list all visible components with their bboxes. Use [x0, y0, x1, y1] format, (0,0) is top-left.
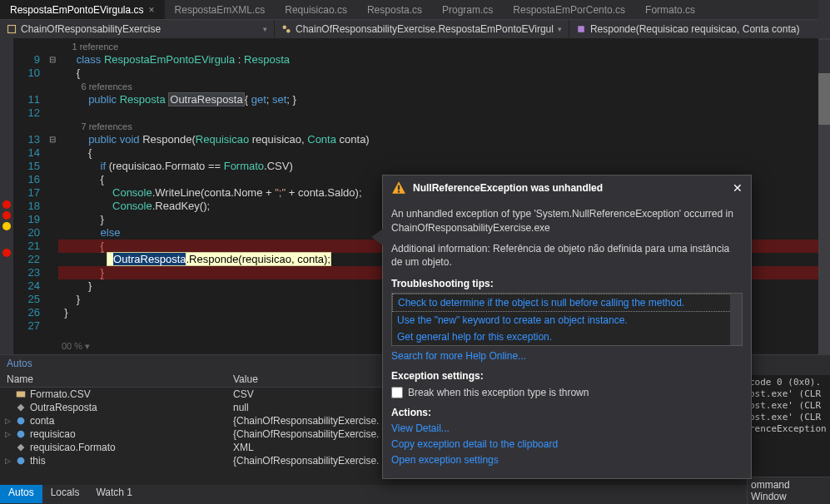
- scrollbar-icon[interactable]: [730, 294, 742, 345]
- close-icon[interactable]: ×: [149, 4, 155, 16]
- close-icon[interactable]: ✕: [733, 181, 743, 195]
- svg-rect-3: [578, 26, 584, 32]
- exception-popup: NullReferenceException was unhandled ✕ A…: [382, 175, 752, 479]
- tip-link[interactable]: Use the "new" keyword to create an objec…: [392, 312, 742, 329]
- svg-rect-8: [398, 185, 400, 190]
- navigation-bar: ChainOfResponsabilityExercise▾ ChainOfRe…: [0, 20, 830, 38]
- breakpoint-icon[interactable]: [2, 200, 11, 209]
- current-line-icon[interactable]: [2, 222, 11, 230]
- var-name: requisicao: [30, 428, 76, 440]
- tip-link[interactable]: Check to determine if the object is null…: [392, 294, 742, 312]
- svg-rect-9: [398, 190, 400, 192]
- tips-box: Check to determine if the object is null…: [391, 293, 743, 346]
- codelens[interactable]: 6 references: [58, 80, 830, 93]
- tab-file-2[interactable]: Requisicao.cs: [275, 0, 357, 19]
- col-name[interactable]: Name: [0, 373, 233, 385]
- var-icon: [15, 442, 27, 453]
- var-name: this: [30, 455, 46, 467]
- btm-tab-locals[interactable]: Locals: [42, 485, 88, 503]
- line-numbers: 9101112 13141516 171819202122 2324252627: [13, 38, 47, 354]
- codelens[interactable]: 7 references: [58, 120, 830, 133]
- tab-file-5[interactable]: RespostaEmPorCento.cs: [503, 0, 635, 19]
- class-icon: [281, 24, 291, 34]
- nav-class[interactable]: ChainOfResponsabilityExercise.RespostaEm…: [275, 20, 569, 38]
- var-icon: [15, 402, 27, 413]
- tips-heading: Troubleshooting tips:: [391, 278, 743, 289]
- breakpoint-icon[interactable]: [2, 211, 11, 220]
- svg-point-7: [17, 457, 25, 465]
- var-icon: [15, 428, 27, 440]
- tab-file-3[interactable]: Resposta.cs: [357, 0, 432, 19]
- svg-rect-0: [8, 26, 16, 33]
- popup-pointer: [371, 229, 383, 245]
- open-settings-link[interactable]: Open exception settings: [391, 454, 743, 466]
- output-bottom-tab[interactable]: ommand Window: [747, 477, 830, 504]
- namespace-icon: [7, 24, 17, 34]
- tab-file-4[interactable]: Program.cs: [432, 0, 503, 19]
- view-detail-link[interactable]: View Detail...: [391, 422, 743, 434]
- copy-detail-link[interactable]: Copy exception detail to the clipboard: [391, 438, 743, 450]
- fold-gutter[interactable]: ⊟ ⊟: [47, 38, 58, 354]
- editor-side-grip: [818, 40, 830, 73]
- exception-title: NullReferenceException was unhandled: [413, 182, 726, 194]
- breakpoint-icon[interactable]: [2, 249, 11, 257]
- var-icon: [15, 388, 27, 400]
- expand-icon[interactable]: ▷: [3, 430, 12, 438]
- search-help-link[interactable]: Search for more Help Online...: [391, 350, 743, 362]
- side-toolbar: [818, 0, 830, 38]
- expand-icon[interactable]: ▷: [3, 417, 12, 425]
- exception-additional: Additional information: Referência de ob…: [391, 242, 743, 270]
- bottom-tabs: Autos Locals Watch 1: [0, 485, 830, 503]
- var-name: requisicao.Formato: [30, 442, 116, 453]
- expand-icon[interactable]: ▷: [3, 457, 12, 465]
- nav-namespace[interactable]: ChainOfResponsabilityExercise▾: [0, 20, 275, 38]
- svg-point-6: [17, 431, 25, 438]
- breakpoint-gutter[interactable]: [0, 38, 13, 354]
- tip-link[interactable]: Get general help for this exception.: [392, 329, 742, 345]
- svg-point-1: [283, 26, 287, 30]
- chevron-down-icon: ▾: [263, 25, 267, 33]
- var-name: conta: [30, 415, 54, 427]
- var-name: OutraResposta: [30, 402, 97, 413]
- tab-file-0[interactable]: RespostaEmPontoEVirgula.cs×: [0, 0, 165, 19]
- var-icon: [15, 415, 27, 427]
- actions-heading: Actions:: [391, 407, 743, 418]
- chevron-down-icon: ▾: [558, 25, 562, 33]
- svg-rect-4: [17, 392, 26, 398]
- method-icon: [576, 24, 586, 34]
- file-tabs: RespostaEmPontoEVirgula.cs× RespostaEmXM…: [0, 0, 830, 20]
- exception-message: An unhandled exception of type 'System.N…: [391, 207, 743, 235]
- break-checkbox[interactable]: Break when this exception type is thrown: [391, 387, 743, 398]
- tab-file-6[interactable]: Formato.cs: [635, 0, 705, 19]
- var-icon: [15, 455, 27, 467]
- output-panel[interactable]: code 0 (0x0). ost.exe' (CLR ost.exe' (CL…: [747, 375, 830, 483]
- vertical-scrollbar[interactable]: [818, 38, 830, 354]
- btm-tab-autos[interactable]: Autos: [0, 485, 42, 503]
- svg-point-5: [17, 418, 25, 425]
- settings-heading: Exception settings:: [391, 370, 743, 382]
- var-name: Formato.CSV: [30, 388, 91, 400]
- warning-icon: [391, 180, 406, 195]
- svg-point-2: [286, 29, 291, 33]
- btm-tab-watch[interactable]: Watch 1: [87, 485, 141, 503]
- nav-method[interactable]: Responde(Requisicao requisicao, Conta co…: [569, 20, 830, 38]
- tab-file-1[interactable]: RespostaEmXML.cs: [165, 0, 276, 19]
- checkbox-input[interactable]: [391, 387, 403, 398]
- codelens[interactable]: 1 reference: [58, 40, 830, 53]
- zoom-level[interactable]: 00 % ▾: [62, 339, 90, 353]
